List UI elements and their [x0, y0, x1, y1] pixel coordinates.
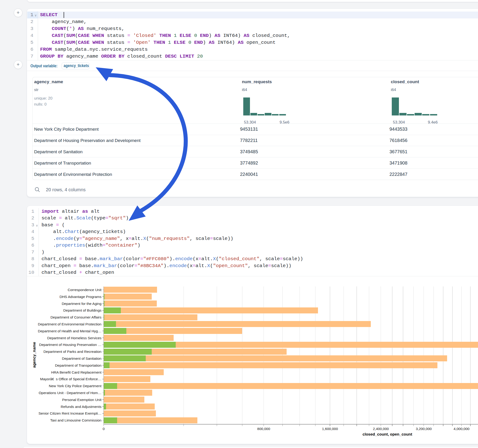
svg-text:1,600,000: 1,600,000	[322, 427, 338, 431]
svg-text:Taxi and Limousine Commission: Taxi and Limousine Commission	[50, 418, 101, 422]
svg-text:Department of Sanitation: Department of Sanitation	[62, 356, 101, 361]
svg-text:New York City Police Departmen: New York City Police Department	[49, 384, 102, 388]
svg-text:Department of Housing Preserva: Department of Housing Preservation …	[39, 343, 101, 347]
svg-text:Department of Parks and Recrea: Department of Parks and Recreation	[43, 350, 101, 354]
svg-text:Senior Citizen Rent Increase E: Senior Citizen Rent Increase Exempti…	[38, 411, 101, 415]
svg-text:Operations Unit - Department o: Operations Unit - Department of Hom…	[39, 391, 101, 395]
svg-text:Department of Health and Menta: Department of Health and Mental Hyg…	[38, 329, 101, 333]
svg-text:Mayorâ€ s Office of Special En: Mayorâ€ s Office of Special Enforce…	[40, 377, 101, 381]
svg-text:Department of Consumer Affairs: Department of Consumer Affairs	[50, 315, 101, 319]
svg-text:Department for the Aging: Department for the Aging	[62, 302, 101, 305]
svg-text:Personal Exemption Unit: Personal Exemption Unit	[62, 398, 101, 402]
svg-text:Department of Environmental Pr: Department of Environmental Protection	[38, 322, 101, 326]
svg-text:800,000: 800,000	[257, 427, 270, 431]
svg-text:4,000,000: 4,000,000	[453, 427, 470, 431]
svg-text:DHS Advantage Programs: DHS Advantage Programs	[59, 295, 101, 299]
svg-text:Department of Homeless Service: Department of Homeless Services	[47, 336, 101, 340]
svg-text:HRA Benefit Card Replacement: HRA Benefit Card Replacement	[51, 370, 102, 374]
svg-text:closed_count, open_count: closed_count, open_count	[363, 432, 412, 436]
svg-text:Refunds and Adjustments: Refunds and Adjustments	[61, 405, 101, 409]
svg-text:Department of Buildings: Department of Buildings	[63, 308, 102, 312]
svg-text:agency_name: agency_name	[32, 342, 37, 368]
svg-text:Correspondence Unit: Correspondence Unit	[68, 288, 102, 292]
svg-text:0: 0	[103, 427, 105, 431]
svg-text:3,200,000: 3,200,000	[416, 427, 432, 431]
svg-text:2,400,000: 2,400,000	[373, 427, 389, 431]
svg-text:Department of Transportation: Department of Transportation	[55, 363, 101, 367]
